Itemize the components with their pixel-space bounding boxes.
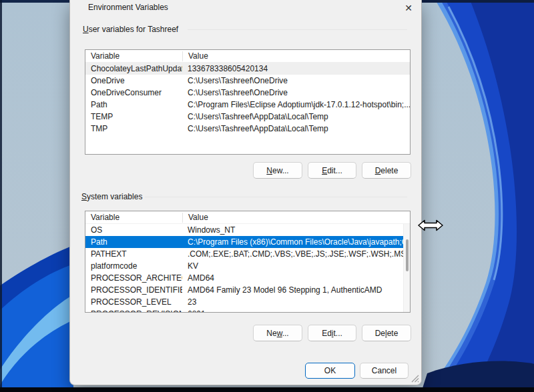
table-row-selected[interactable]: Path C:\Program Files (x86)\Common Files…: [85, 236, 403, 248]
resize-grip-icon[interactable]: [411, 375, 419, 383]
desktop: { "dialog": { "title": "Environment Vari…: [0, 0, 534, 392]
user-variables-table[interactable]: Variable Value ChocolateyLastPathUpdate …: [85, 49, 411, 155]
system-group-line: [145, 197, 407, 197]
table-header[interactable]: Variable Value: [85, 50, 410, 63]
table-row[interactable]: Path C:\Program Files\Eclipse Adoptium\j…: [85, 99, 410, 111]
table-row[interactable]: PROCESSOR_ARCHITECTU... AMD64: [85, 272, 403, 284]
table-row[interactable]: OS Windows_NT: [85, 224, 403, 236]
user-group-line: [188, 29, 407, 30]
close-button[interactable]: ✕: [400, 1, 417, 16]
user-new-button[interactable]: New...: [253, 162, 302, 179]
table-row[interactable]: PATHEXT .COM;.EXE;.BAT;.CMD;.VBS;.VBE;.J…: [85, 248, 403, 260]
table-row[interactable]: OneDriveConsumer C:\Users\Tashreef\OneDr…: [85, 87, 410, 99]
system-variables-table[interactable]: Variable Value OS Windows_NT Path C:\Pro…: [85, 211, 411, 313]
table-row[interactable]: OneDrive C:\Users\Tashreef\OneDrive: [85, 75, 410, 87]
table-header[interactable]: Variable Value: [85, 211, 410, 224]
table-row[interactable]: PROCESSOR_REVISION 6801: [85, 308, 403, 313]
column-header-variable[interactable]: Variable: [85, 51, 182, 61]
scrollbar-thumb[interactable]: [406, 239, 409, 271]
dialog-titlebar: Environment Variables ✕: [70, 0, 421, 17]
table-row[interactable]: TMP C:\Users\Tashreef\AppData\Local\Temp: [85, 123, 410, 135]
table-row[interactable]: TEMP C:\Users\Tashreef\AppData\Local\Tem…: [85, 111, 410, 123]
environment-variables-dialog: Environment Variables ✕ User variables f…: [69, 0, 422, 385]
column-header-value[interactable]: Value: [182, 51, 410, 61]
column-header-value[interactable]: Value: [182, 213, 410, 223]
table-row[interactable]: ChocolateyLastPathUpdate 133678338605420…: [85, 63, 410, 75]
column-header-variable[interactable]: Variable: [85, 213, 182, 222]
vertical-scrollbar[interactable]: [403, 224, 410, 312]
table-row[interactable]: PROCESSOR_IDENTIFIER AMD64 Family 23 Mod…: [85, 284, 403, 296]
system-delete-button[interactable]: Delete: [362, 325, 411, 341]
close-icon: ✕: [405, 3, 413, 13]
user-delete-button[interactable]: Delete: [362, 162, 411, 179]
user-variables-label: User variables for Tashreef: [83, 25, 178, 34]
ok-button[interactable]: OK: [305, 363, 355, 379]
table-row[interactable]: platformcode KV: [85, 260, 403, 272]
resize-horizontal-cursor-icon: [418, 218, 443, 233]
system-variables-label: System variables: [81, 192, 142, 201]
system-edit-button[interactable]: Edit...: [308, 325, 356, 341]
user-edit-button[interactable]: Edit...: [308, 162, 356, 179]
system-new-button[interactable]: New...: [253, 325, 302, 341]
cancel-button[interactable]: Cancel: [360, 363, 409, 379]
table-row[interactable]: PROCESSOR_LEVEL 23: [85, 296, 403, 308]
dialog-title: Environment Variables: [88, 3, 168, 12]
